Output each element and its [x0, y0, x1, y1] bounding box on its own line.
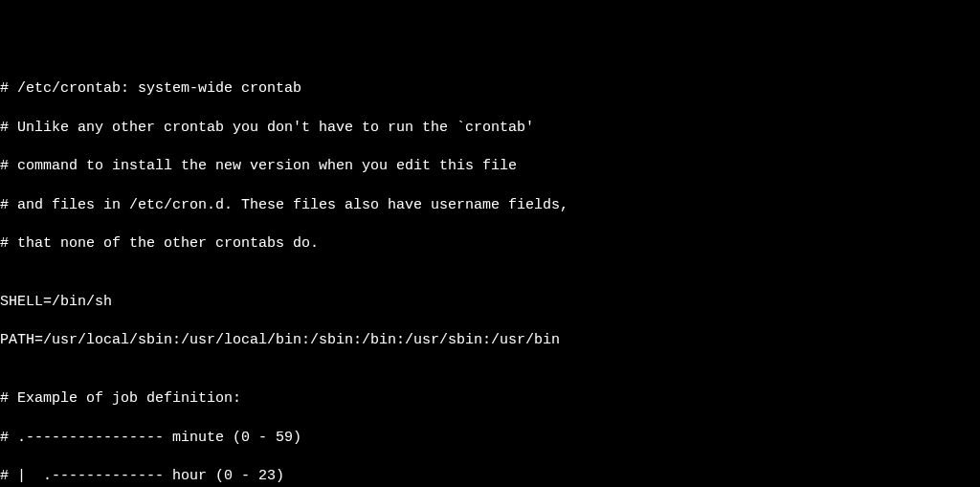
env-shell: SHELL=/bin/sh — [0, 293, 980, 312]
crontab-comment: # command to install the new version whe… — [0, 157, 980, 176]
crontab-comment: # and files in /etc/cron.d. These files … — [0, 196, 980, 215]
definition-line: # .---------------- minute (0 - 59) — [0, 429, 980, 448]
definition-line: # | .------------- hour (0 - 23) — [0, 467, 980, 486]
crontab-comment: # /etc/crontab: system-wide crontab — [0, 79, 980, 99]
env-path: PATH=/usr/local/sbin:/usr/local/bin:/sbi… — [0, 331, 980, 350]
crontab-comment: # that none of the other crontabs do. — [0, 234, 980, 254]
crontab-comment: # Unlike any other crontab you don't hav… — [0, 119, 980, 138]
definition-header: # Example of job definition: — [0, 389, 980, 409]
